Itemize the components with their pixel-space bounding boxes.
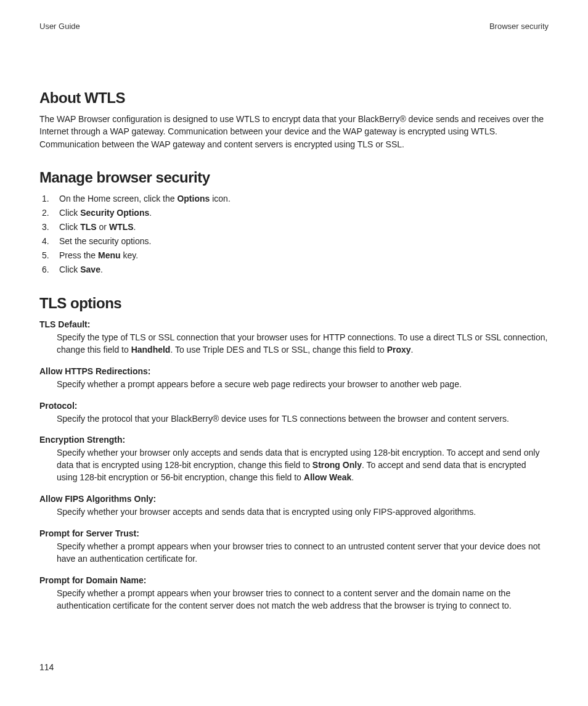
step-item: Click TLS or WTLS. xyxy=(39,221,549,234)
step-item: Click Save. xyxy=(39,263,549,276)
tls-option-item: Prompt for Domain Name:Specify whether a… xyxy=(39,575,549,612)
tls-option-item: Encryption Strength:Specify whether your… xyxy=(39,435,549,484)
option-description: Specify whether your browser only accept… xyxy=(39,447,549,484)
tls-option-item: Allow FIPS Algorithms Only:Specify wheth… xyxy=(39,494,549,519)
manage-steps-list: On the Home screen, click the Options ic… xyxy=(39,192,549,276)
option-term: Protocol: xyxy=(39,401,549,411)
heading-tls-options: TLS options xyxy=(39,295,549,312)
option-term: Encryption Strength: xyxy=(39,435,549,445)
header-right: Browser security xyxy=(489,22,549,31)
tls-options-list: TLS Default:Specify the type of TLS or S… xyxy=(39,319,549,612)
option-term: Allow FIPS Algorithms Only: xyxy=(39,494,549,504)
heading-about-wtls: About WTLS xyxy=(39,89,549,107)
about-wtls-body: The WAP Browser configuration is designe… xyxy=(39,113,549,150)
option-description: Specify the protocol that your BlackBerr… xyxy=(39,413,549,425)
tls-option-item: Allow HTTPS Redirections:Specify whether… xyxy=(39,366,549,391)
header-left: User Guide xyxy=(39,22,80,31)
option-description: Specify whether a prompt appears before … xyxy=(39,379,549,391)
option-description: Specify whether your browser accepts and… xyxy=(39,506,549,519)
step-item: On the Home screen, click the Options ic… xyxy=(39,192,549,205)
step-item: Set the security options. xyxy=(39,235,549,248)
option-description: Specify the type of TLS or SSL connectio… xyxy=(39,332,549,356)
page-number: 114 xyxy=(39,662,54,672)
option-term: Allow HTTPS Redirections: xyxy=(39,366,549,376)
option-description: Specify whether a prompt appears when yo… xyxy=(39,541,549,565)
step-item: Press the Menu key. xyxy=(39,249,549,262)
option-term: TLS Default: xyxy=(39,319,549,329)
tls-option-item: Protocol:Specify the protocol that your … xyxy=(39,401,549,425)
heading-manage-security: Manage browser security xyxy=(39,169,549,186)
option-description: Specify whether a prompt appears when yo… xyxy=(39,588,549,612)
step-item: Click Security Options. xyxy=(39,207,549,220)
option-term: Prompt for Server Trust: xyxy=(39,528,549,538)
tls-option-item: Prompt for Server Trust:Specify whether … xyxy=(39,528,549,565)
tls-option-item: TLS Default:Specify the type of TLS or S… xyxy=(39,319,549,356)
option-term: Prompt for Domain Name: xyxy=(39,575,549,585)
page-header: User Guide Browser security xyxy=(39,22,549,31)
